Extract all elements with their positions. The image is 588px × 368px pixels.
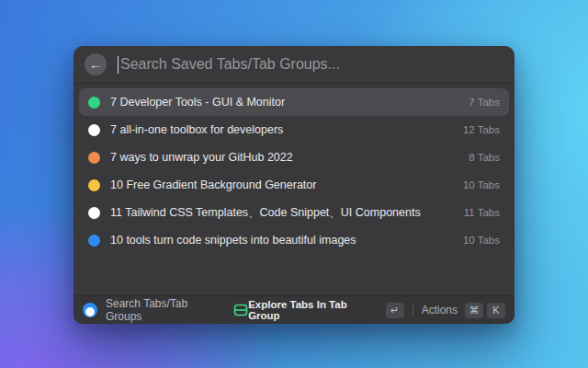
- search-bar: ←: [74, 46, 514, 84]
- search-tabs-modal: ← 7 Developer Tools - GUI & Monitor7 Tab…: [74, 46, 514, 324]
- actions-label[interactable]: Actions: [422, 304, 458, 316]
- extension-app-icon: [83, 303, 97, 317]
- tab-group-icon: [233, 303, 248, 317]
- list-item[interactable]: 7 ways to unwrap your GitHub 20228 Tabs: [79, 144, 509, 171]
- tab-group-color-dot: [88, 152, 100, 164]
- list-item[interactable]: 10 tools turn code snippets into beautif…: [79, 226, 509, 254]
- tab-group-title: 7 ways to unwrap your GitHub 2022: [110, 151, 458, 164]
- k-key-badge: K: [487, 303, 505, 318]
- tab-group-color-dot: [88, 235, 100, 247]
- tab-count: 7 Tabs: [469, 97, 500, 108]
- tab-group-color-dot: [88, 207, 100, 219]
- tab-group-title: 10 Free Gradient Background Generator: [110, 178, 452, 191]
- tab-group-list: 7 Developer Tools - GUI & Monitor7 Tabs7…: [74, 84, 514, 254]
- back-button[interactable]: ←: [85, 53, 107, 75]
- tab-count: 10 Tabs: [463, 235, 500, 246]
- search-input[interactable]: [120, 56, 503, 73]
- tab-count: 12 Tabs: [463, 124, 500, 135]
- tab-group-title: 7 all-in-one toolbox for developers: [110, 123, 452, 136]
- tab-group-color-dot: [88, 124, 100, 136]
- tab-group-color-dot: [88, 97, 100, 109]
- list-item[interactable]: 11 Tailwind CSS Templates、Code Snippet、U…: [79, 199, 509, 226]
- tab-group-title: 7 Developer Tools - GUI & Monitor: [110, 96, 458, 109]
- list-item[interactable]: 7 Developer Tools - GUI & Monitor7 Tabs: [79, 88, 509, 116]
- footer-bar: Search Tabs/Tab Groups Explore Tabs In T…: [74, 295, 514, 324]
- list-item[interactable]: 7 all-in-one toolbox for developers12 Ta…: [79, 116, 509, 144]
- primary-action-label[interactable]: Explore Tabs In Tab Group: [248, 299, 379, 321]
- tab-count: 10 Tabs: [463, 179, 500, 190]
- tab-group-color-dot: [88, 179, 100, 191]
- tab-count: 11 Tabs: [464, 207, 500, 218]
- footer-divider: [413, 305, 413, 316]
- tab-group-title: 10 tools turn code snippets into beautif…: [110, 234, 452, 247]
- footer-actions: Explore Tabs In Tab Group ↵ Actions ⌘ K: [248, 299, 505, 321]
- tab-count: 8 Tabs: [469, 152, 500, 163]
- cmd-key-badge: ⌘: [465, 303, 483, 318]
- footer-mode-label: Search Tabs/Tab Groups: [106, 297, 225, 323]
- list-item[interactable]: 10 Free Gradient Background Generator10 …: [79, 171, 509, 199]
- enter-key-badge: ↵: [386, 303, 404, 318]
- text-caret: [118, 56, 119, 74]
- tab-group-title: 11 Tailwind CSS Templates、Code Snippet、U…: [110, 205, 453, 221]
